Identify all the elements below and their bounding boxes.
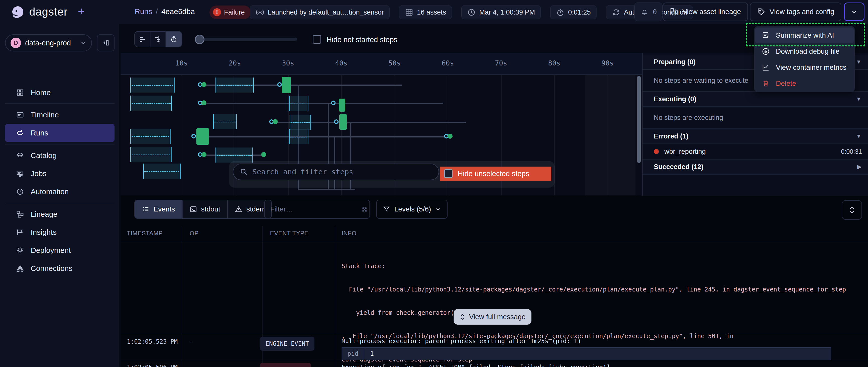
view-asset-lineage-button[interactable]: View asset lineage — [663, 2, 748, 21]
gantt-zoom-slider-track[interactable] — [198, 38, 298, 41]
gantt-vertical-scrollbar[interactable] — [637, 76, 641, 163]
sidebar-item-timeline[interactable]: Timeline — [5, 106, 115, 124]
axis-tick: 30s — [276, 59, 301, 67]
gantt-step-pending-bar[interactable] — [130, 77, 175, 93]
stopwatch-icon — [556, 8, 565, 16]
col-info: INFO — [342, 230, 356, 237]
column-divider — [181, 226, 181, 367]
event-type-tag[interactable]: RUN_FAILURE — [260, 363, 311, 367]
scroll-order-button[interactable] — [842, 200, 862, 220]
gantt-step-pending-bar[interactable] — [289, 114, 311, 130]
view-asset-lineage-label: View asset lineage — [682, 8, 741, 16]
run-actions-menu: Summarize with AI Download debug file Vi… — [754, 26, 855, 92]
hide-unselected-label: Hide unselected steps — [458, 170, 529, 178]
gantt-step-succeeded-bar[interactable] — [282, 77, 291, 93]
section-errored-header[interactable]: Errored (1) ▼ — [643, 129, 868, 144]
axis-tick: 50s — [382, 59, 407, 67]
sidebar-item-label: Insights — [31, 228, 57, 237]
chip-duration[interactable]: 0:01:25 — [550, 5, 596, 19]
chip-launched-by[interactable]: Launched by default_aut…tion_sensor — [250, 5, 390, 19]
collapse-triangle-icon[interactable]: ▼ — [856, 96, 862, 102]
menu-item-download-debug[interactable]: Download debug file — [755, 44, 854, 59]
status-badge: ! Failure — [210, 5, 251, 19]
tab-stdout[interactable]: stdout — [183, 200, 228, 218]
chip-assets[interactable]: 16 assets — [399, 5, 452, 19]
menu-item-label: Delete — [776, 79, 796, 88]
section-succeeded-header[interactable]: Succeeded (12) ▶ — [643, 160, 868, 175]
gantt-step-pending-bar[interactable] — [130, 96, 172, 111]
sidebar-item-automation[interactable]: Automation — [5, 182, 115, 201]
collapse-triangle-icon[interactable]: ▼ — [856, 59, 862, 65]
brand-name: dagster — [29, 5, 68, 18]
event-timestamp[interactable]: 1:02:05.523 PM — [127, 338, 178, 345]
gantt-mode-timed-button[interactable] — [166, 31, 182, 47]
view-full-message-label: View full message — [469, 313, 525, 321]
view-full-message-button[interactable]: View full message — [454, 309, 531, 325]
sidebar-item-label: Timeline — [31, 111, 59, 119]
search-icon — [240, 168, 248, 176]
workspace-selector[interactable]: D data-eng-prod — [5, 34, 92, 52]
failure-alert-icon: ! — [213, 8, 221, 16]
gantt-mode-flat-button[interactable] — [135, 31, 150, 47]
axis-tick: 40s — [329, 59, 354, 67]
gantt-step-pending-bar[interactable] — [143, 164, 181, 178]
hide-unselected-checkbox[interactable] — [444, 169, 453, 178]
sidebar-item-catalog[interactable]: Catalog — [5, 146, 115, 165]
menu-item-delete[interactable]: Delete — [755, 76, 854, 91]
log-filter-box: ⊗ — [264, 200, 370, 219]
sidebar-collapse-button[interactable] — [97, 34, 115, 52]
sidebar-item-label: Runs — [31, 129, 48, 137]
gantt-step-succeeded-bar[interactable] — [339, 99, 345, 112]
event-type-tag[interactable]: ENGINE_EVENT — [260, 337, 314, 351]
sidebar-item-label: Home — [31, 88, 51, 97]
sidebar-item-home[interactable]: Home — [5, 84, 115, 102]
section-executing-header[interactable]: Executing (0) ▼ — [643, 92, 868, 107]
run-actions-dropdown-button[interactable] — [844, 2, 865, 21]
chip-start-time[interactable]: Mar 4, 1:00:39 PM — [461, 5, 541, 19]
log-filter-input[interactable] — [270, 205, 361, 213]
sidebar-item-runs[interactable]: Runs — [5, 124, 115, 142]
hide-not-started-checkbox[interactable] — [313, 35, 321, 44]
clear-filter-icon[interactable]: ⊗ — [361, 204, 368, 214]
view-tags-config-button[interactable]: View tags and config — [750, 2, 841, 21]
gantt-step-pending-bar[interactable] — [216, 77, 254, 93]
gantt-zoom-slider-thumb[interactable] — [195, 35, 205, 44]
gantt-step-pending-bar[interactable] — [130, 129, 170, 144]
sidebar-divider — [5, 103, 115, 104]
gantt-step-pending-bar[interactable] — [130, 147, 172, 162]
sidebar-divider — [5, 144, 115, 144]
tab-events[interactable]: Events — [135, 200, 183, 218]
gear-icon — [16, 246, 24, 254]
breadcrumb-runs-link[interactable]: Runs — [135, 7, 152, 16]
sidebar-item-jobs[interactable]: Jobs — [5, 165, 115, 182]
workspace-avatar: D — [10, 38, 21, 48]
levels-label: Levels (5/6) — [394, 205, 431, 213]
step-search-input[interactable] — [252, 168, 413, 176]
sidebar-item-connections[interactable]: Connections — [5, 259, 115, 277]
sidebar-item-insights[interactable]: Insights — [5, 223, 115, 241]
gantt-step-pending-bar[interactable] — [289, 129, 308, 144]
errored-step-row[interactable]: wbr_reporting 0:00:31 — [643, 144, 868, 160]
event-op: - — [190, 364, 193, 367]
step-search-box[interactable] — [233, 164, 439, 180]
event-timestamp[interactable]: 1:02:05.596 PM — [127, 364, 178, 367]
col-op: OP — [190, 230, 199, 237]
sidebar-item-lineage[interactable]: Lineage — [5, 205, 115, 223]
sidebar-item-deployment[interactable]: Deployment — [5, 241, 115, 259]
gantt-step-pending-bar[interactable] — [216, 147, 253, 163]
hide-not-started-label: Hide not started steps — [327, 36, 397, 44]
gantt-step-succeeded-bar[interactable] — [196, 128, 209, 145]
gantt-mode-waterfall-button[interactable] — [150, 31, 166, 47]
collapse-triangle-icon[interactable]: ▼ — [856, 133, 862, 139]
menu-item-summarize-ai[interactable]: Summarize with AI — [755, 28, 854, 43]
trash-icon — [762, 79, 770, 88]
menu-item-container-metrics[interactable]: View container metrics — [755, 60, 854, 75]
gantt-step-pending-bar[interactable] — [289, 96, 308, 111]
levels-dropdown[interactable]: Levels (5/6) — [376, 200, 447, 219]
notifications-button[interactable]: 0 — [634, 2, 662, 21]
expand-triangle-icon[interactable]: ▶ — [857, 164, 862, 170]
sidebar-item-label: Catalog — [31, 151, 57, 160]
gantt-step-succeeded-bar[interactable] — [339, 114, 347, 130]
section-title: Executing (0) — [654, 95, 696, 103]
gantt-step-pending-bar[interactable] — [213, 114, 237, 129]
